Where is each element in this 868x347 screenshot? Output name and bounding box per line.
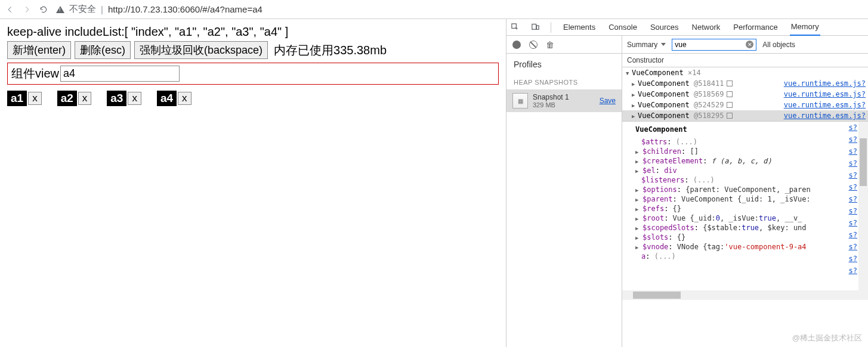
tab-network[interactable]: Network (691, 19, 722, 35)
tab-close-button[interactable]: x (128, 92, 141, 105)
source-link[interactable]: s? (849, 181, 857, 193)
trash-icon[interactable]: 🗑 (546, 40, 554, 49)
disclosure-triangle-icon[interactable] (626, 69, 631, 77)
source-link[interactable]: vue.runtime.esm.js? (784, 90, 866, 98)
instance-row[interactable]: VueComponent @524529vue.runtime.esm.js? (622, 100, 868, 110)
disclosure-triangle-icon[interactable] (635, 157, 641, 165)
filter-field[interactable] (675, 41, 746, 49)
disclosure-triangle-icon[interactable] (632, 90, 637, 98)
instance-name: VueComponent (638, 79, 690, 88)
source-link[interactable]: s? (849, 134, 857, 145)
source-link[interactable]: s? (849, 193, 857, 205)
source-link[interactable]: vue.runtime.esm.js? (784, 79, 866, 88)
disclosure-triangle-icon[interactable] (632, 79, 637, 88)
source-link[interactable]: s? (849, 241, 857, 253)
source-link[interactable]: s? (849, 169, 857, 181)
tab-a2[interactable]: a2x (57, 91, 92, 106)
source-link[interactable]: s? (849, 229, 857, 241)
property-row[interactable]: $parent: VueComponent {_uid: 1, _isVue: (622, 194, 868, 204)
property-row[interactable]: $slots: {} (622, 233, 868, 242)
source-link[interactable]: s? (849, 253, 857, 265)
source-link[interactable]: s? (849, 205, 857, 217)
constructor-group[interactable]: VueComponent ×14 (622, 67, 868, 78)
source-link[interactable]: s? (849, 157, 857, 169)
property-row[interactable]: $refs: {} (622, 204, 868, 213)
property-row[interactable]: $options: {parent: VueComponent, _paren (622, 185, 868, 194)
tab-close-button[interactable]: x (178, 92, 191, 105)
horizontal-scrollbar[interactable] (622, 290, 858, 300)
disclosure-triangle-icon[interactable] (635, 166, 641, 175)
tab-performance[interactable]: Performance (732, 19, 779, 35)
add-button[interactable]: 新增(enter) (7, 41, 71, 59)
source-link[interactable]: vue.runtime.esm.js? (784, 111, 866, 120)
tab-console[interactable]: Console (607, 19, 638, 35)
forward-icon[interactable] (23, 5, 31, 14)
disclosure-triangle-icon[interactable] (635, 224, 641, 232)
disclosure-triangle-icon[interactable] (632, 111, 637, 120)
clear-filter-icon[interactable]: ✕ (746, 41, 753, 48)
source-link[interactable]: s? (849, 217, 857, 229)
disclosure-triangle-icon[interactable] (635, 195, 641, 203)
snapshot-save-link[interactable]: Save (600, 97, 616, 105)
property-row[interactable]: $scopedSlots: {$stable: true, $key: und (622, 223, 868, 233)
gc-button[interactable]: 强制垃圾回收(backspace) (134, 41, 268, 59)
object-id: @518295 (694, 111, 724, 120)
property-row[interactable]: a: (...) (622, 252, 868, 261)
property-row[interactable]: $attrs: (...) (622, 137, 868, 147)
url-text: http://10.7.23.130:6060/#/a4?name=a4 (108, 4, 262, 14)
instance-row[interactable]: VueComponent @518295vue.runtime.esm.js? (622, 110, 868, 121)
reload-icon[interactable] (39, 5, 48, 14)
tab-close-button[interactable]: x (28, 92, 42, 105)
disclosure-triangle-icon[interactable] (635, 243, 641, 251)
view-select[interactable]: Summary (627, 41, 666, 49)
tab-elements[interactable]: Elements (562, 19, 597, 35)
scrollbar-thumb[interactable] (633, 292, 681, 299)
source-link[interactable]: vue.runtime.esm.js? (784, 101, 866, 109)
browser-toolbar: 不安全 | http://10.7.23.130:6060/#/a4?name=… (0, 0, 868, 19)
instance-row[interactable]: VueComponent @518569vue.runtime.esm.js? (622, 89, 868, 100)
source-link[interactable]: s? (849, 145, 857, 157)
property-row[interactable]: $createElement: f (a, b, c, d) (622, 156, 868, 166)
tab-close-button[interactable]: x (78, 92, 92, 105)
source-link[interactable]: s? (849, 265, 857, 277)
separator: | (101, 4, 103, 14)
instance-row[interactable]: VueComponent @518411vue.runtime.esm.js? (622, 78, 868, 89)
property-row[interactable]: $el: div (622, 166, 868, 175)
snapshot-item[interactable]: ▦ Snapshot 1 329 MB Save (506, 89, 622, 112)
instance-name: VueComponent (638, 111, 690, 120)
disclosure-triangle-icon[interactable] (635, 147, 641, 156)
property-row[interactable]: $root: Vue {_uid: 0, _isVue: true, __v_ (622, 213, 868, 223)
vertical-scrollbar[interactable] (858, 122, 868, 300)
memory-toolbar: Summary ✕ All objects (622, 36, 868, 54)
devtools-panel: Elements Console Sources Network Perform… (506, 19, 868, 347)
scrollbar-thumb[interactable] (860, 138, 867, 186)
back-icon[interactable] (6, 5, 14, 14)
record-icon[interactable] (512, 41, 521, 49)
constructor-list: VueComponent ×14 VueComponent @518411vue… (622, 67, 868, 347)
component-view-input[interactable] (60, 66, 180, 82)
disclosure-triangle-icon[interactable] (635, 205, 641, 213)
disclosure-triangle-icon[interactable] (635, 214, 641, 222)
property-row[interactable]: $vnode: VNode {tag: 'vue-component-9-a4 (622, 242, 868, 252)
insecure-label: 不安全 (69, 4, 96, 15)
disclosure-triangle-icon[interactable] (635, 185, 641, 194)
disclosure-triangle-icon[interactable] (635, 233, 641, 241)
tab-a3[interactable]: a3x (107, 91, 141, 106)
tab-sources[interactable]: Sources (649, 19, 680, 35)
property-row[interactable]: $children: [] (622, 147, 868, 156)
disclosure-triangle-icon[interactable] (632, 101, 637, 109)
property-row[interactable]: $listeners: (...) (622, 175, 868, 185)
tab-memory[interactable]: Memory (790, 18, 820, 36)
inspect-icon[interactable] (510, 23, 520, 32)
address-bar[interactable]: 不安全 | http://10.7.23.130:6060/#/a4?name=… (56, 4, 262, 15)
snapshot-size: 329 MB (533, 101, 595, 109)
tab-a1[interactable]: a1x (7, 91, 42, 106)
delete-button[interactable]: 删除(esc) (75, 41, 131, 59)
page-content: keep-alive includeList:[ "index", "a1", … (0, 19, 506, 347)
device-toggle-icon[interactable] (530, 23, 540, 32)
source-link[interactable]: s? (849, 122, 857, 134)
clear-icon[interactable] (529, 41, 538, 49)
class-filter-input[interactable]: ✕ (672, 39, 756, 51)
tab-a4[interactable]: a4x (157, 91, 191, 106)
insecure-warning-icon (56, 6, 64, 13)
